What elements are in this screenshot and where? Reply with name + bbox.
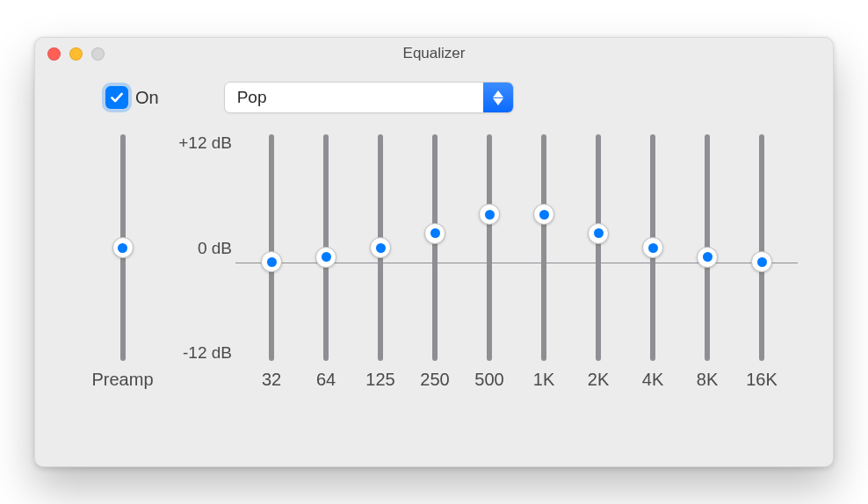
band-slider[interactable] xyxy=(650,134,655,361)
band-freq-label: 16K xyxy=(746,370,778,390)
preamp-column: Preamp xyxy=(88,134,157,390)
band-freq-label: 500 xyxy=(474,370,503,390)
band-freq-label: 32 xyxy=(262,370,281,390)
band-freq-label: 1K xyxy=(533,370,554,390)
preset-value: Pop xyxy=(225,88,483,107)
band-slider[interactable] xyxy=(323,134,329,361)
band-column: 8K xyxy=(680,134,734,390)
zoom-icon xyxy=(91,47,105,61)
band-column: 250 xyxy=(408,134,462,390)
band-slider[interactable] xyxy=(541,134,546,361)
band-slider[interactable] xyxy=(759,134,764,361)
checkbox-icon[interactable] xyxy=(105,86,128,109)
band-column: 125 xyxy=(353,134,408,390)
band-freq-label: 64 xyxy=(316,370,336,390)
band-slider[interactable] xyxy=(705,134,710,361)
bands-container: 32641252505001K2K4K8K16K xyxy=(235,134,798,390)
titlebar: Equalizer xyxy=(35,38,833,69)
band-column: 64 xyxy=(299,134,353,390)
band-slider-thumb[interactable] xyxy=(588,223,609,244)
window-controls xyxy=(47,47,105,61)
svg-marker-1 xyxy=(493,98,503,105)
band-slider[interactable] xyxy=(596,134,601,361)
header-row: On Pop xyxy=(35,69,833,126)
band-slider-thumb[interactable] xyxy=(479,204,500,225)
band-column: 1K xyxy=(517,134,571,390)
band-freq-label: 125 xyxy=(365,370,394,390)
svg-marker-0 xyxy=(493,90,503,97)
band-freq-label: 8K xyxy=(697,370,718,390)
band-freq-label: 4K xyxy=(642,370,663,390)
close-icon[interactable] xyxy=(47,47,61,61)
band-slider[interactable] xyxy=(432,134,438,361)
preset-select[interactable]: Pop xyxy=(224,82,514,113)
band-slider-thumb[interactable] xyxy=(533,204,554,225)
window-title: Equalizer xyxy=(35,45,833,62)
minimize-icon[interactable] xyxy=(69,47,83,61)
band-column: 4K xyxy=(626,134,680,390)
band-freq-label: 250 xyxy=(420,370,449,390)
band-slider-thumb[interactable] xyxy=(315,247,336,268)
scale-min: -12 dB xyxy=(161,344,232,361)
band-column: 500 xyxy=(462,134,517,390)
preamp-slider[interactable] xyxy=(120,134,126,361)
band-slider[interactable] xyxy=(269,134,274,361)
band-slider-thumb[interactable] xyxy=(370,237,391,258)
scale-mid: 0 dB xyxy=(161,240,232,256)
band-slider-thumb[interactable] xyxy=(751,251,772,272)
band-slider-thumb[interactable] xyxy=(261,251,282,272)
on-toggle[interactable]: On xyxy=(105,86,159,109)
band-slider[interactable] xyxy=(487,134,492,361)
on-label: On xyxy=(135,88,159,108)
preamp-slider-thumb[interactable] xyxy=(112,237,134,258)
band-slider[interactable] xyxy=(378,134,383,361)
band-slider-thumb[interactable] xyxy=(642,237,663,258)
band-freq-label: 2K xyxy=(588,370,609,390)
equalizer-window: Equalizer On Pop Preamp xyxy=(34,37,834,467)
band-column: 16K xyxy=(734,134,789,390)
band-slider-thumb[interactable] xyxy=(424,223,445,244)
preamp-label: Preamp xyxy=(91,370,153,390)
scale-labels: +12 dB 0 dB -12 dB xyxy=(157,134,235,361)
scale-max: +12 dB xyxy=(161,134,232,151)
band-slider-thumb[interactable] xyxy=(697,247,718,268)
stepper-arrows-icon[interactable] xyxy=(483,83,513,112)
band-column: 32 xyxy=(244,134,299,390)
equalizer-area: Preamp +12 dB 0 dB -12 dB 32641252505001… xyxy=(35,126,833,399)
band-column: 2K xyxy=(571,134,626,390)
